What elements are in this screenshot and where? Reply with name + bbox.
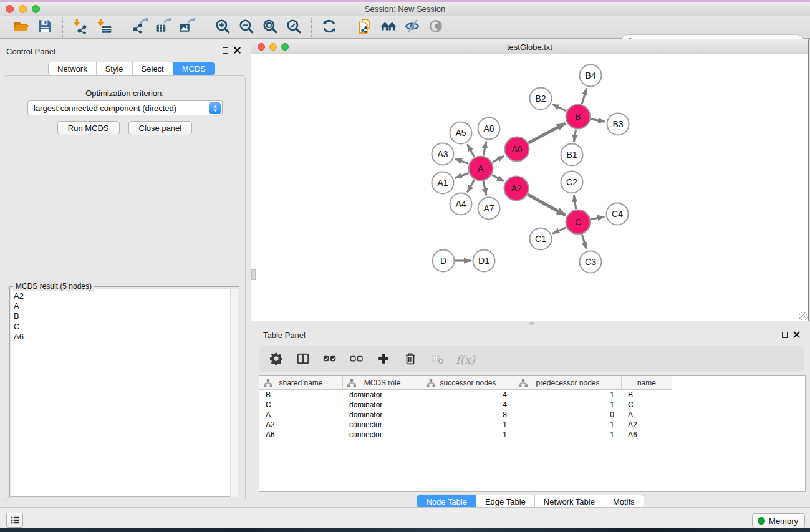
graph-edge-C-C2[interactable] bbox=[574, 195, 576, 210]
result-item[interactable]: C bbox=[14, 322, 238, 332]
zoom-out-button[interactable] bbox=[236, 18, 256, 37]
result-item[interactable]: A2 bbox=[14, 291, 238, 301]
graph-edge-C-C1[interactable] bbox=[552, 228, 566, 234]
column-header-MCDS-role[interactable]: MCDS role bbox=[343, 376, 422, 390]
graph-node-D1[interactable]: D1 bbox=[473, 250, 495, 272]
table-cell[interactable]: A2 bbox=[622, 420, 672, 430]
graph-edge-A-A7[interactable] bbox=[483, 181, 486, 196]
save-button[interactable] bbox=[35, 18, 55, 37]
table-cell[interactable]: 1 bbox=[514, 420, 622, 430]
network-window-titlebar[interactable]: testGlobe.txt bbox=[251, 39, 808, 54]
graph-node-B4[interactable]: B4 bbox=[580, 65, 602, 87]
graph-node-A7[interactable]: A7 bbox=[478, 198, 500, 220]
table-cell[interactable]: dominator bbox=[343, 400, 422, 410]
table-cell[interactable]: C bbox=[622, 400, 672, 410]
graph-edge-A-A5[interactable] bbox=[467, 144, 474, 157]
table-row[interactable]: Adominator80A bbox=[259, 410, 805, 420]
graph-node-A8[interactable]: A8 bbox=[478, 118, 500, 140]
column-header-predecessor-nodes[interactable]: predecessor nodes bbox=[514, 376, 622, 390]
close-table-panel-icon[interactable] bbox=[793, 331, 800, 338]
zoom-in-button[interactable] bbox=[213, 18, 233, 37]
table-cell[interactable]: A bbox=[259, 410, 343, 420]
tab-edge-table[interactable]: Edge Table bbox=[476, 495, 535, 508]
graph-node-A[interactable]: A bbox=[469, 157, 493, 181]
graph-edge-B-B1[interactable] bbox=[574, 130, 576, 142]
zoom-fit-button[interactable] bbox=[260, 18, 280, 37]
table-cell[interactable]: 4 bbox=[422, 400, 514, 410]
table-cell[interactable]: connector bbox=[343, 420, 422, 430]
home-button[interactable] bbox=[378, 18, 398, 37]
dropdown-stepper-icon[interactable] bbox=[209, 102, 221, 114]
gear-button[interactable] bbox=[268, 351, 284, 367]
refresh-button[interactable] bbox=[319, 18, 339, 37]
deselect-all-button[interactable] bbox=[349, 351, 365, 367]
graph-edge-A6-B[interactable] bbox=[529, 123, 566, 143]
table-cell[interactable]: 1 bbox=[422, 430, 514, 440]
table-cell[interactable]: 1 bbox=[514, 390, 622, 400]
graph-node-C2[interactable]: C2 bbox=[561, 172, 583, 193]
task-history-button[interactable] bbox=[6, 513, 23, 528]
hide-details-button[interactable] bbox=[402, 18, 422, 37]
delete-table-button[interactable] bbox=[429, 351, 445, 367]
graph-node-A1[interactable]: A1 bbox=[432, 172, 454, 194]
graph-node-A6[interactable]: A6 bbox=[505, 137, 529, 162]
graph-edge-A-A6[interactable] bbox=[493, 156, 504, 162]
table-cell[interactable]: A6 bbox=[259, 430, 343, 440]
float-panel-icon[interactable] bbox=[223, 47, 228, 54]
columns-button[interactable] bbox=[295, 351, 311, 367]
graph-edge-A-A1[interactable] bbox=[455, 173, 469, 178]
graph-node-D[interactable]: D bbox=[433, 250, 455, 272]
zoom-selected-button[interactable] bbox=[284, 18, 304, 37]
tab-network[interactable]: Network bbox=[49, 62, 97, 75]
graph-node-C3[interactable]: C3 bbox=[580, 251, 602, 273]
tab-style[interactable]: Style bbox=[97, 62, 133, 75]
table-cell[interactable]: 1 bbox=[514, 400, 622, 410]
column-header-shared-name[interactable]: shared name bbox=[259, 376, 343, 390]
export-network-button[interactable] bbox=[130, 18, 150, 37]
table-cell[interactable]: A2 bbox=[259, 420, 343, 430]
graph-node-A5[interactable]: A5 bbox=[450, 122, 472, 144]
table-row[interactable]: A6connector11A6 bbox=[259, 430, 805, 440]
graph-node-A2[interactable]: A2 bbox=[504, 177, 529, 201]
graph-node-A4[interactable]: A4 bbox=[450, 193, 472, 215]
splitter-handle[interactable] bbox=[251, 269, 256, 280]
graph-node-C4[interactable]: C4 bbox=[607, 203, 629, 225]
function-builder-icon[interactable]: f(x) bbox=[456, 353, 475, 366]
tab-network-table[interactable]: Network Table bbox=[535, 495, 604, 508]
add-button[interactable] bbox=[375, 351, 392, 367]
graph-edge-A-A8[interactable] bbox=[483, 142, 486, 156]
graph-node-C1[interactable]: C1 bbox=[530, 228, 552, 250]
export-image-button[interactable] bbox=[177, 18, 197, 37]
select-all-button[interactable] bbox=[322, 351, 338, 367]
table-cell[interactable]: 0 bbox=[514, 410, 622, 420]
close-panel-button[interactable]: Close panel bbox=[128, 121, 193, 135]
network-canvas[interactable]: AA1A2A3A4A5A6A7A8BB1B2B3B4CC1C2C3C4DD1 bbox=[251, 54, 808, 321]
table-cell[interactable]: 8 bbox=[422, 410, 514, 420]
table-cell[interactable]: connector bbox=[343, 430, 422, 440]
column-header-name[interactable]: name bbox=[622, 376, 672, 390]
graph-edge-A-A2[interactable] bbox=[492, 175, 504, 181]
table-cell[interactable]: 1 bbox=[514, 430, 622, 440]
result-scrollbar[interactable] bbox=[230, 289, 238, 497]
table-row[interactable]: Bdominator41B bbox=[259, 390, 805, 400]
run-mcds-button[interactable]: Run MCDS bbox=[57, 121, 120, 135]
horizontal-splitter-handle[interactable] bbox=[529, 322, 534, 325]
graph-edge-A2-C[interactable] bbox=[528, 195, 565, 215]
column-header-successor-nodes[interactable]: successor nodes bbox=[422, 376, 514, 390]
window-titlebar[interactable]: Session: New Session bbox=[0, 2, 810, 16]
table-row[interactable]: A2connector11A2 bbox=[259, 420, 805, 430]
tab-node-table[interactable]: Node Table bbox=[417, 495, 476, 508]
graph-edge-A-A3[interactable] bbox=[455, 158, 469, 163]
tab-mcds[interactable]: MCDS bbox=[173, 62, 215, 75]
table-cell[interactable]: C bbox=[259, 400, 343, 410]
table-cell[interactable]: dominator bbox=[343, 410, 422, 420]
graph-edge-C-C4[interactable] bbox=[591, 216, 605, 220]
table-cell[interactable]: B bbox=[259, 390, 343, 400]
resize-grip-icon[interactable] bbox=[799, 312, 808, 320]
close-panel-icon[interactable] bbox=[234, 47, 241, 54]
table-cell[interactable]: B bbox=[622, 390, 672, 400]
table-cell[interactable]: 1 bbox=[422, 420, 514, 430]
graph-edge-B-B4[interactable] bbox=[582, 88, 587, 104]
import-network-button[interactable] bbox=[70, 18, 90, 37]
result-item[interactable]: A bbox=[14, 301, 238, 311]
